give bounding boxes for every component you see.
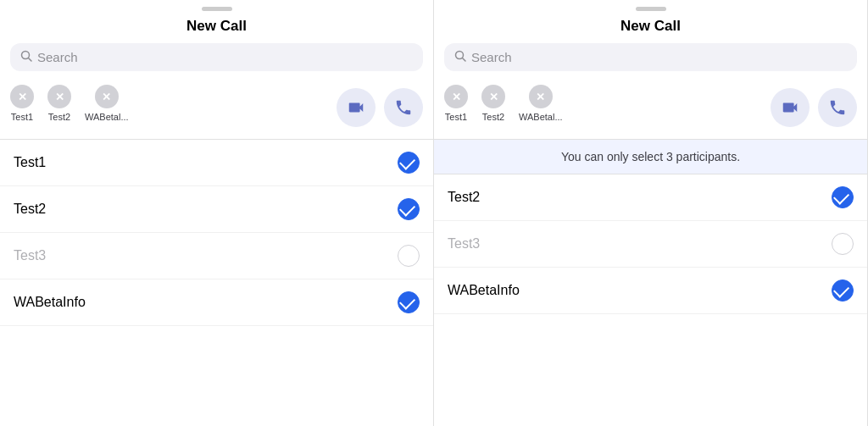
right-selected-name-0: Test1 bbox=[445, 112, 467, 122]
left-contact-row-0[interactable]: Test1 bbox=[0, 140, 433, 186]
right-contact-row-2[interactable]: WABetaInfo bbox=[434, 268, 867, 314]
left-check-1[interactable] bbox=[398, 198, 420, 220]
left-contact-name-1: Test2 bbox=[14, 202, 387, 217]
left-contact-row-1[interactable]: Test2 bbox=[0, 186, 433, 233]
right-selected-contact-2: ✕ WABetal... bbox=[519, 85, 563, 122]
left-selected-name-1: Test2 bbox=[48, 112, 70, 122]
left-check-3[interactable] bbox=[398, 291, 420, 313]
left-search-bar[interactable]: Search bbox=[10, 43, 423, 71]
right-limit-notice: You can only select 3 participants. bbox=[434, 140, 867, 174]
right-contact-name-2: WABetaInfo bbox=[448, 283, 821, 298]
right-selected-name-2: WABetal... bbox=[519, 112, 563, 122]
right-remove-badge-2[interactable]: ✕ bbox=[529, 85, 553, 108]
right-contact-name-0: Test2 bbox=[448, 190, 821, 205]
right-selected-contact-1: ✕ Test2 bbox=[481, 85, 505, 122]
left-selected-name-0: Test1 bbox=[11, 112, 33, 122]
left-check-2 bbox=[398, 245, 420, 267]
left-check-0[interactable] bbox=[398, 152, 420, 174]
left-selected-contacts: ✕ Test1 ✕ Test2 ✕ WABetal... bbox=[10, 85, 337, 122]
left-contact-row-3[interactable]: WABetaInfo bbox=[0, 279, 433, 326]
left-remove-badge-2[interactable]: ✕ bbox=[95, 85, 119, 108]
right-search-bar[interactable]: Search bbox=[444, 43, 857, 71]
left-search-icon bbox=[20, 50, 32, 64]
left-selected-name-2: WABetal... bbox=[85, 112, 129, 122]
left-contact-name-3: WABetaInfo bbox=[14, 295, 387, 310]
right-contact-row-1: Test3 bbox=[434, 221, 867, 268]
left-contact-row-2: Test3 bbox=[0, 233, 433, 279]
right-search-placeholder: Search bbox=[471, 50, 512, 64]
left-phone-call-button[interactable] bbox=[384, 88, 423, 127]
right-remove-badge-0[interactable]: ✕ bbox=[444, 85, 468, 108]
right-check-2[interactable] bbox=[832, 279, 854, 302]
left-selected-contact-0: ✕ Test1 bbox=[10, 85, 34, 122]
right-video-call-button[interactable] bbox=[771, 88, 810, 127]
left-selected-area: ✕ Test1 ✕ Test2 ✕ WABetal... bbox=[0, 80, 433, 139]
right-selected-contacts: ✕ Test1 ✕ Test2 ✕ WABetal... bbox=[444, 85, 771, 122]
right-selected-area: ✕ Test1 ✕ Test2 ✕ WABetal... bbox=[434, 80, 867, 139]
left-contact-list: Test1 Test2 Test3 WABetaInfo bbox=[0, 140, 433, 426]
right-panel-title: New Call bbox=[434, 11, 867, 43]
right-search-icon bbox=[454, 50, 466, 64]
right-call-buttons bbox=[771, 85, 857, 127]
right-contact-name-1: Test3 bbox=[448, 236, 821, 252]
right-panel: New Call Search ✕ Test1 ✕ Test2 ✕ WABeta… bbox=[434, 0, 868, 426]
right-check-0[interactable] bbox=[832, 186, 854, 208]
right-selected-name-1: Test2 bbox=[482, 112, 504, 122]
left-panel-title: New Call bbox=[0, 11, 433, 43]
right-remove-badge-1[interactable]: ✕ bbox=[481, 85, 505, 108]
right-check-1 bbox=[832, 233, 854, 255]
left-selected-contact-2: ✕ WABetal... bbox=[85, 85, 129, 122]
right-contact-list: You can only select 3 participants. Test… bbox=[434, 140, 867, 426]
left-remove-badge-1[interactable]: ✕ bbox=[47, 85, 71, 108]
left-selected-contact-1: ✕ Test2 bbox=[47, 85, 71, 122]
left-contact-name-0: Test1 bbox=[14, 155, 387, 170]
svg-line-1 bbox=[29, 58, 32, 62]
left-contact-name-2: Test3 bbox=[14, 248, 387, 263]
left-panel: New Call Search ✕ Test1 ✕ Test2 ✕ WABeta… bbox=[0, 0, 434, 426]
left-remove-badge-0[interactable]: ✕ bbox=[10, 85, 34, 108]
right-phone-call-button[interactable] bbox=[818, 88, 857, 127]
right-contact-row-0[interactable]: Test2 bbox=[434, 174, 867, 221]
svg-line-3 bbox=[463, 58, 466, 62]
left-video-call-button[interactable] bbox=[337, 88, 376, 127]
left-call-buttons bbox=[337, 85, 423, 127]
left-search-placeholder: Search bbox=[37, 50, 78, 64]
right-selected-contact-0: ✕ Test1 bbox=[444, 85, 468, 122]
